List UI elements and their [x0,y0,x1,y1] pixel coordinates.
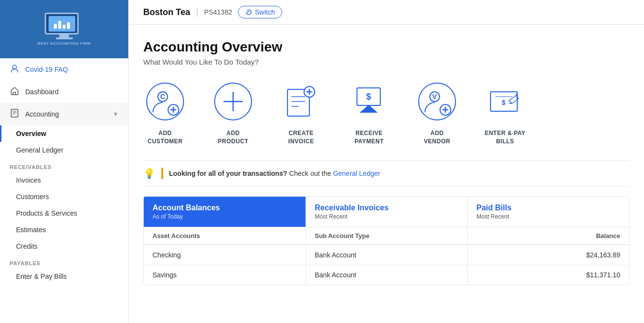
logo-bar [58,21,61,29]
table-col2-subtitle: Most Recent [315,213,458,220]
sidebar-sub-item-overview[interactable]: Overview [0,125,128,142]
main-content: Boston Tea | PS41382 Switch Accounting O… [129,0,644,323]
svg-text:$: $ [502,99,506,106]
add-product-card[interactable]: ADDPRODUCT [211,80,255,146]
switch-button-label: Switch [255,8,275,16]
sidebar-sub-item-products-services-label: Products & Services [16,209,77,217]
receivables-section-header: RECEIVABLES [0,158,128,172]
add-customer-card[interactable]: C ADDCUSTOMER [143,80,187,146]
add-product-icon [211,80,255,123]
svg-marker-20 [361,105,376,112]
logo-base [56,37,73,39]
payables-section-header: PAYABLES [0,255,128,268]
sidebar-sub-item-overview-label: Overview [16,130,46,137]
row2-type: Bank Account [305,265,467,285]
table-subcol3: Balance [467,227,629,245]
sidebar-sub-item-customers[interactable]: Customers [0,188,128,205]
table-header: Account Balances As of Today Receivable … [144,197,629,227]
business-name: Boston Tea [143,7,190,17]
row1-balance: $24,163.89 [467,245,629,265]
book-icon [10,109,19,119]
sidebar-sub-item-estimates-label: Estimates [16,226,46,234]
sidebar-sub-item-invoices-label: Invoices [16,176,41,184]
home-icon [10,86,19,97]
logo-bar [67,22,70,29]
ledger-tip: 💡 Looking for all of your transactions? … [143,160,629,187]
svg-point-0 [13,65,17,69]
svg-text:C: C [160,93,165,101]
topbar-divider: | [196,7,199,17]
action-cards: C ADDCUSTOMER ADDPRODUCT [143,80,629,146]
create-invoice-card[interactable]: CREATEINVOICE [279,80,323,146]
sidebar-sub-item-enter-pay-bills[interactable]: Enter & Pay Bills [0,268,128,285]
add-vendor-card[interactable]: V ADDVENDOR [415,80,459,146]
table-col3-title: Paid Bills [476,204,620,212]
topbar: Boston Tea | PS41382 Switch [129,0,644,25]
sidebar-sub-item-enter-pay-bills-label: Enter & Pay Bills [16,272,67,280]
table-header-col2: Receivable Invoices Most Recent [305,197,467,227]
lightbulb-icon: 💡 [143,168,155,179]
create-invoice-label: CREATEINVOICE [288,129,314,146]
row2-name: Savings [144,265,305,285]
table-row: Savings Bank Account $11,371.10 [144,265,629,285]
business-id: PS41382 [204,8,232,16]
enter-pay-bills-card[interactable]: $ ENTER & PAYBILLS [483,80,527,146]
receive-payment-card[interactable]: $ RECEIVEPAYMENT [347,80,391,146]
table-col1-title: Account Balances [153,204,297,212]
ledger-tip-text: Looking for all of your transactions? Ch… [169,170,380,177]
sidebar-sub-item-general-ledger[interactable]: General Ledger [0,142,128,158]
sidebar-sub-item-estimates[interactable]: Estimates [0,221,128,238]
add-vendor-label: ADDVENDOR [424,129,450,146]
sidebar: BEST ACCOUNTING FIRM Covid-19 FAQ Dashbo… [0,0,129,323]
svg-point-21 [419,83,456,120]
sidebar-sub-item-invoices[interactable]: Invoices [0,172,128,188]
sidebar-sub-item-credits-label: Credits [16,242,37,250]
row2-balance: $11,371.10 [467,265,629,285]
ledger-tip-strong: Looking for all of your transactions? [169,170,287,177]
user-icon [10,64,19,75]
table-col1-subtitle: As of Today [153,213,297,220]
logo-tagline: BEST ACCOUNTING FIRM [37,41,90,46]
page-subtitle: What Would You Like To Do Today? [143,58,629,66]
add-product-label: ADDPRODUCT [218,129,249,146]
switch-icon [245,9,252,16]
logo-bar [63,25,66,29]
svg-text:V: V [432,93,437,101]
svg-point-2 [147,83,184,120]
table-col2-title: Receivable Invoices [315,204,458,212]
sidebar-item-dashboard-label: Dashboard [25,88,119,96]
sidebar-sub-item-general-ledger-label: General Ledger [16,146,63,154]
receive-payment-label: RECEIVEPAYMENT [355,129,384,146]
balances-table: Account Balances As of Today Receivable … [143,196,629,285]
add-customer-icon: C [143,80,187,123]
table-subheader: Asset Accounts Sub Account Type Balance [144,227,629,245]
general-ledger-link[interactable]: General Ledger [333,170,380,177]
tip-bar [161,168,163,179]
svg-text:$: $ [366,92,371,102]
table-row: Checking Bank Account $24,163.89 [144,245,629,265]
sidebar-item-dashboard[interactable]: Dashboard [0,81,128,103]
add-vendor-icon: V [415,80,459,123]
logo-bar [54,24,57,29]
row1-type: Bank Account [305,245,467,265]
page-title: Accounting Overview [143,39,629,55]
switch-button[interactable]: Switch [238,6,282,18]
table-subcol2: Sub Account Type [305,227,467,245]
sidebar-item-covid-label: Covid-19 FAQ [25,66,119,73]
table-header-col1: Account Balances As of Today [144,197,305,227]
sidebar-sub-item-products-services[interactable]: Products & Services [0,205,128,221]
ledger-tip-text2: Check out the [289,170,331,177]
table-header-col3: Paid Bills Most Recent [467,197,629,227]
sidebar-item-covid[interactable]: Covid-19 FAQ [0,58,128,81]
create-invoice-icon [279,80,323,123]
table-subcol1: Asset Accounts [144,227,305,245]
sidebar-sub-item-customers-label: Customers [16,193,49,201]
chevron-down-icon: ▼ [113,111,119,118]
row1-name: Checking [144,245,305,265]
table-col3-subtitle: Most Recent [476,213,620,220]
page-content: Accounting Overview What Would You Like … [129,25,644,323]
enter-pay-bills-icon: $ [483,80,527,123]
sidebar-item-accounting[interactable]: Accounting ▼ [0,103,128,125]
sidebar-sub-item-credits[interactable]: Credits [0,238,128,255]
enter-pay-bills-label: ENTER & PAYBILLS [485,129,525,146]
